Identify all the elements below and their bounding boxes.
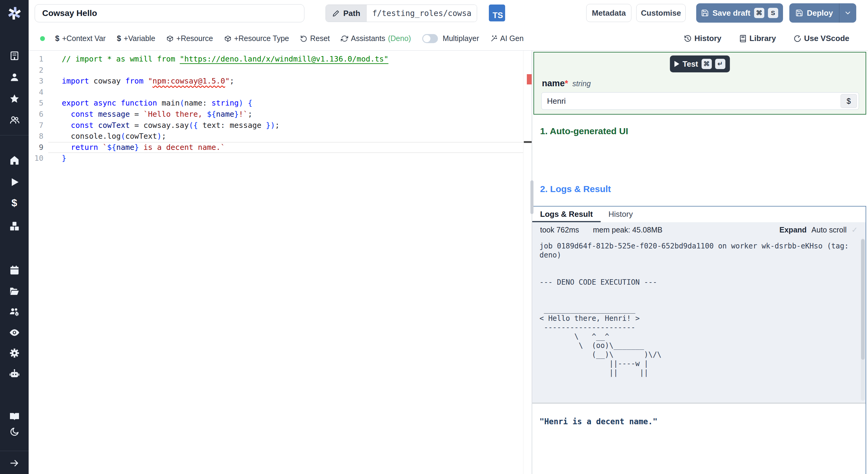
assistants-lang-label: (Deno) [388,34,411,43]
test-button[interactable]: Test ⌘ ↵ [670,56,730,72]
editor-gutter: 12345678910 [29,54,48,164]
ai-gen-button[interactable]: AI Gen [490,34,524,43]
customise-button[interactable]: Customise [636,4,686,22]
save-draft-label: Save draft [712,8,750,18]
vscode-icon [794,35,801,42]
path-button[interactable]: Path f/testing_roles/cowsa [326,4,477,22]
panel-resize-handle[interactable] [530,180,533,214]
check-icon: ✓ [851,226,858,234]
sidebar: $ [0,0,29,474]
result-value: "Henri is a decent name." [539,417,858,426]
path-label: Path [343,9,360,18]
dollar-icon: $ [117,34,121,43]
name-arg-input[interactable] [541,93,859,110]
log-scrollbar[interactable] [861,238,865,401]
result-viewer[interactable]: "Henri is a decent name." [532,404,866,474]
dark-mode-moon-icon[interactable] [0,427,29,437]
add-resource-type-button[interactable]: +Resource Type [224,34,289,43]
sidebar-divider [0,135,29,136]
docs-book-icon[interactable] [0,411,29,422]
rotate-ccw-icon [300,35,307,42]
save-icon [795,9,803,17]
user-icon[interactable] [0,72,29,82]
wand-sparkles-icon [490,35,498,42]
add-context-var-button[interactable]: $ +Context Var [55,34,106,43]
deploy-label: Deploy [807,8,833,18]
typescript-badge: TS [489,4,505,22]
live-status-dot [40,36,45,41]
top-bar: Path f/testing_roles/cowsa TS Metadata C… [29,0,868,27]
logs-result-heading: 2. Logs & Result [540,184,611,194]
arg-input-wrap: $ [541,92,859,110]
expand-button[interactable]: Expand [779,226,807,234]
package-icon [166,35,174,42]
deploy-dropdown-button[interactable] [839,3,856,23]
pencil-icon [333,10,340,17]
s-key-badge: S [768,8,778,18]
path-value[interactable]: f/testing_roles/cowsa [367,5,477,22]
auto-generated-ui-heading: 1. Auto-generated UI [540,126,628,136]
run-duration: took 762ms [540,226,579,234]
workers-robot-icon[interactable] [0,368,29,380]
run-stats-row: took 762ms mem peak: 45.08MB Expand Auto… [532,222,866,237]
book-icon [739,35,747,42]
metadata-button[interactable]: Metadata [586,4,631,22]
logs-tabs: Logs & Result History [532,207,866,222]
required-asterisk: * [565,79,568,88]
workspace-icon[interactable] [0,51,29,61]
home-icon[interactable] [0,155,29,166]
error-marker [527,74,532,84]
runs-play-icon[interactable] [0,177,29,187]
schedules-calendar-icon[interactable] [0,265,29,275]
reset-button[interactable]: Reset [300,34,330,43]
favorites-star-icon[interactable] [0,93,29,104]
folders-icon[interactable] [0,286,29,297]
editor-overview-ruler [523,51,532,474]
history-icon [684,35,692,42]
variables-dollar-icon[interactable]: $ [0,198,29,208]
play-icon [675,61,679,67]
enter-key-badge: ↵ [715,59,725,69]
editor-toolbar: $ +Context Var $ +Variable +Resource +Re… [29,27,868,51]
add-resource-button[interactable]: +Resource [166,34,213,43]
users-icon[interactable] [0,115,29,125]
tab-logs-result[interactable]: Logs & Result [532,207,601,222]
windmill-logo-icon[interactable] [0,5,29,21]
cmd-key-badge: ⌘ [701,59,712,69]
settings-gear-icon[interactable] [0,347,29,359]
history-button[interactable]: History [684,34,721,43]
audit-eye-icon[interactable] [0,327,29,338]
library-button[interactable]: Library [739,34,776,43]
use-vscode-button[interactable]: Use VScode [794,34,849,43]
arg-type-label: string [572,79,591,88]
dollar-icon: $ [55,34,59,43]
arg-name-label: name* [542,79,568,88]
log-viewer[interactable]: job 0189d64f-812b-525e-f020-652bd9da1100… [532,237,866,403]
expand-sidebar-arrow-icon[interactable] [0,458,29,469]
test-label: Test [683,59,698,69]
assistants-button[interactable]: Assistants (Deno) [341,34,411,43]
mem-peak: mem peak: 45.08MB [593,226,662,234]
refresh-cw-icon [341,35,348,42]
auto-generated-ui-box: Test ⌘ ↵ name* string $ [533,52,866,115]
panel-splitter[interactable] [532,51,532,474]
groups-users-cog-icon[interactable] [0,306,29,317]
code-editor[interactable]: 12345678910 // import * as wmill from "h… [29,51,532,474]
auto-scroll-toggle[interactable]: Auto scroll [811,226,846,234]
script-title-input[interactable] [35,4,304,22]
save-icon [701,9,709,17]
package-icon [224,35,231,42]
variable-picker-button[interactable]: $ [841,94,857,108]
logs-result-panel: Logs & Result History took 762ms mem pea… [532,206,866,474]
add-variable-button[interactable]: $ +Variable [117,34,155,43]
tab-history[interactable]: History [601,207,641,222]
log-output: job 0189d64f-812b-525e-f020-652bd9da1100… [539,241,858,377]
right-panel: Test ⌘ ↵ name* string $ 1. Auto-generate… [532,51,868,474]
multiplayer-label: Multiplayer [443,34,479,43]
save-draft-button[interactable]: Save draft ⌘ S [696,3,783,23]
resources-cubes-icon[interactable] [0,221,29,232]
multiplayer-toggle[interactable] [422,34,438,43]
deploy-button[interactable]: Deploy [789,3,856,23]
cmd-key-badge: ⌘ [754,8,764,18]
code-lines[interactable]: // import * as wmill from "https://deno.… [48,54,523,164]
